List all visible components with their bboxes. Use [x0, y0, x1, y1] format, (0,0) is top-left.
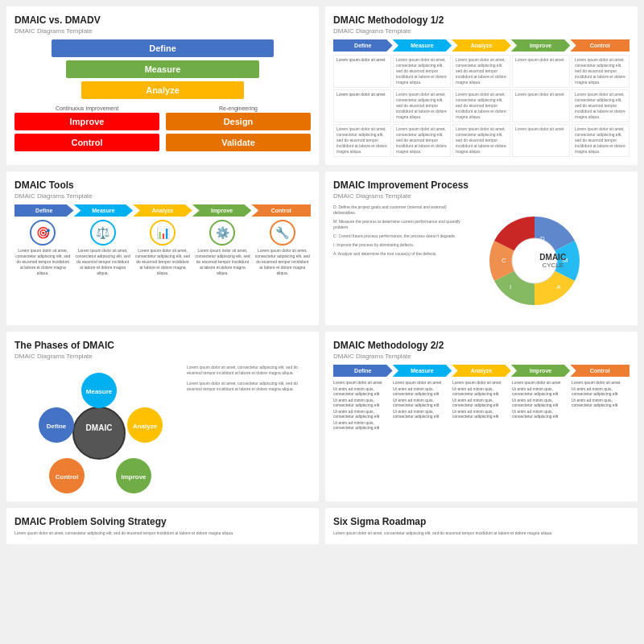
tab-analyze: Analyze	[452, 39, 511, 52]
phases-svg: DMAIC Define Measure Analyze Control	[14, 365, 184, 493]
meth2-improve-col: Lorem ipsum dolor sit amet Ut enim ad mi…	[512, 380, 570, 430]
meth2-define-col: Lorem ipsum dolor sit amet Ut enim ad mi…	[333, 380, 391, 430]
measure-icon: ⚖️	[90, 220, 116, 246]
improve-icon: ⚙️	[209, 220, 235, 246]
tool-measure-col: ⚖️ Lorem ipsum dolor sit amet, consectet…	[74, 220, 130, 276]
svg-text:D: D	[540, 235, 545, 242]
tools-subtitle: DMAIC Diagrams Template	[14, 192, 311, 200]
phases-text-col: Lorem ipsum dolor sit amet, consectetur …	[187, 365, 311, 493]
meth1-define-r3: Lorem ipsum dolor sit amet, consectetur …	[333, 124, 391, 157]
phases-diagram: DMAIC Define Measure Analyze Control	[14, 365, 184, 493]
svg-text:C: C	[502, 257, 506, 264]
define-bar: Define	[52, 39, 274, 57]
meth1-analyze-r1: Lorem ipsum dolor sit amet, consectetur …	[452, 55, 510, 88]
dmaic-methodology2-card: DMAIC Methodology 2/2 DMAIC Diagrams Tem…	[325, 332, 638, 502]
i-label: I: Improve the process by eliminating de…	[333, 242, 467, 248]
meth1-improve-r1: Lorem ipsum dolor sit amet	[512, 55, 570, 88]
meth2-tab-improve: Improve	[511, 365, 571, 377]
phases-subtitle: DMAIC Diagrams Template	[14, 353, 311, 360]
meth1-measure-r3: Lorem ipsum dolor sit amet, consectetur …	[393, 124, 451, 157]
measure-bar: Measure	[66, 60, 258, 78]
control-bar: Control	[14, 134, 159, 151]
control-icon: 🔧	[270, 220, 295, 246]
dmaic-cycle-diagram: D M A I C DMAIC CYCLE	[470, 204, 630, 317]
meth2-control-col: Lorem ipsum dolor sit amet Ut enim ad mi…	[572, 380, 630, 430]
six-sigma-title: Six Sigma Roadmap	[333, 516, 630, 527]
svg-text:A: A	[556, 283, 561, 291]
m-label: M: Measure the process to determine curr…	[333, 219, 467, 230]
problem-text: Lorem ipsum dolor sit amet, consectetur …	[14, 530, 311, 536]
dmaic-methodology1-card: DMAIC Methodology 1/2 DMAIC Diagrams Tem…	[325, 6, 638, 165]
meth2-measure-col: Lorem ipsum dolor sit amet Ut enim ad mi…	[393, 380, 451, 430]
continuous-label: Continuous Improvement	[14, 105, 159, 111]
tools-tab-improve: Improve	[192, 204, 252, 217]
improvement-subtitle: DMAIC Diagrams Template	[333, 192, 630, 200]
meth2-analyze-col: Lorem ipsum dolor sit amet Ut enim ad mi…	[452, 380, 510, 430]
tool-analyze-col: 📊 Lorem ipsum dolor sit amet, consectetu…	[134, 220, 191, 276]
dmaic-vs-title: DMAIC vs. DMADV	[14, 14, 311, 26]
meth1-improve-r3: Lorem ipsum dolor sit amet	[512, 124, 570, 157]
tab-control: Control	[570, 39, 630, 52]
meth1-control-r2: Lorem ipsum dolor sit amet, consectetur …	[572, 89, 630, 122]
meth1-define-r2: Lorem ipsum dolor sit amet	[333, 89, 391, 122]
meth2-tab-define: Define	[333, 365, 393, 377]
reengineering-label: Re-engineering	[166, 105, 311, 111]
d-label: D: Define the project goals and customer…	[333, 204, 467, 216]
six-sigma-card: Six Sigma Roadmap Lorem ipsum dolor sit …	[325, 508, 638, 544]
meth1-subtitle: DMAIC Diagrams Template	[333, 27, 630, 35]
problem-title: DMAIC Problem Solving Strategy	[14, 516, 311, 527]
svg-point-6	[73, 407, 125, 459]
six-sigma-text: Lorem ipsum dolor sit amet, consectetur …	[333, 530, 630, 536]
tool-define-col: 🎯 Lorem ipsum dolor sit amet, consectetu…	[14, 220, 71, 276]
meth1-analyze-r3: Lorem ipsum dolor sit amet, consectetur …	[452, 124, 510, 157]
svg-text:Control: Control	[56, 473, 78, 481]
meth1-define-r1: Lorem ipsum dolor sit amet	[333, 55, 391, 88]
tools-tab-analyze: Analyze	[133, 204, 192, 217]
meth2-tab-measure: Measure	[393, 365, 452, 377]
svg-text:I: I	[509, 283, 510, 291]
svg-text:Measure: Measure	[86, 388, 113, 395]
phases-card: The Phases of DMAIC DMAIC Diagrams Templ…	[6, 332, 319, 502]
dmaic-vs-diagram: Define Measure Analyze Continuous Improv…	[14, 39, 311, 151]
meth2-subtitle: DMAIC Diagrams Template	[333, 353, 630, 360]
tools-title: DMAIC Tools	[14, 180, 311, 191]
tab-define: Define	[333, 39, 393, 52]
cycle-center-text: DMAIC CYCLE	[539, 253, 566, 269]
meth2-tab-control: Control	[570, 365, 630, 377]
improvement-text-col: D: Define the project goals and customer…	[333, 204, 467, 317]
meth1-improve-r2: Lorem ipsum dolor sit amet	[512, 89, 570, 122]
improvement-title: DMAIC Improvement Process	[333, 180, 630, 191]
define-icon: 🎯	[30, 220, 56, 246]
tool-control-col: 🔧 Lorem ipsum dolor sit amet, consectetu…	[254, 220, 311, 276]
meth1-measure-r2: Lorem ipsum dolor sit amet, consectetur …	[393, 89, 451, 122]
tool-improve-col: ⚙️ Lorem ipsum dolor sit amet, consectet…	[194, 220, 250, 276]
meth1-title: DMAIC Methodology 1/2	[333, 14, 630, 26]
improvement-process-card: DMAIC Improvement Process DMAIC Diagrams…	[325, 171, 638, 325]
dmaic-vs-subtitle: DMAIC Diagrams Template	[14, 27, 311, 35]
cycle-svg: D M A I C	[470, 204, 599, 317]
meth2-tab-analyze: Analyze	[452, 365, 511, 377]
problem-solving-card: DMAIC Problem Solving Strategy Lorem ips…	[6, 508, 319, 544]
analyze-icon: 📊	[150, 220, 175, 246]
meth2-title: DMAIC Methodology 2/2	[333, 340, 630, 351]
tools-tab-define: Define	[14, 204, 74, 217]
dmaic-vs-dmadv-card: DMAIC vs. DMADV DMAIC Diagrams Template …	[6, 6, 319, 165]
tab-improve: Improve	[511, 39, 571, 52]
svg-text:DMAIC: DMAIC	[86, 423, 113, 432]
svg-text:Define: Define	[47, 423, 67, 430]
meth1-control-r3: Lorem ipsum dolor sit amet, consectetur …	[572, 124, 630, 157]
analyze-bar: Analyze	[81, 81, 244, 99]
design-bar: Design	[166, 113, 311, 130]
phases-title: The Phases of DMAIC	[14, 340, 311, 351]
meth1-control-r1: Lorem ipsum dolor sit amet, consectetur …	[572, 55, 630, 88]
svg-text:Analyze: Analyze	[133, 423, 158, 430]
c-label: C: Control future process performance, t…	[333, 233, 467, 239]
validate-bar: Validate	[166, 134, 311, 151]
meth1-analyze-r2: Lorem ipsum dolor sit amet, consectetur …	[452, 89, 510, 122]
improve-bar: Improve	[14, 113, 159, 130]
svg-text:Improve: Improve	[121, 473, 147, 481]
tools-tab-measure: Measure	[74, 204, 134, 217]
dmaic-tools-card: DMAIC Tools DMAIC Diagrams Template Defi…	[6, 171, 319, 325]
meth1-measure-r1: Lorem ipsum dolor sit amet, consectetur …	[393, 55, 451, 88]
tools-tab-control: Control	[251, 204, 311, 217]
